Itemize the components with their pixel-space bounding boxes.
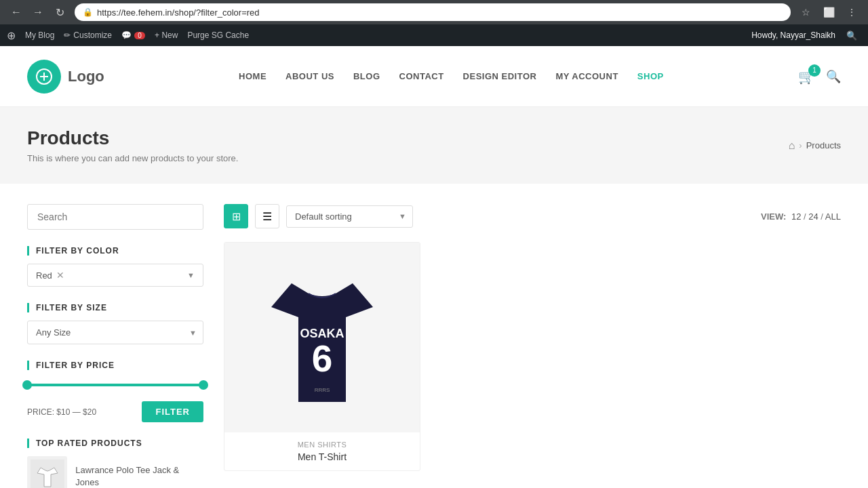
banner-inner: Products This is where you can add new p… bbox=[27, 127, 841, 163]
price-slider[interactable] bbox=[27, 378, 203, 392]
browser-chrome: ← → ↻ 🔒 https://tee.fehem.in/shop/?filte… bbox=[0, 0, 868, 24]
view-12-link[interactable]: 12 bbox=[791, 211, 801, 222]
price-label: PRICE: bbox=[27, 407, 54, 417]
view-label: VIEW: bbox=[761, 211, 786, 222]
logo-icon bbox=[27, 60, 61, 94]
list-item: Lawrance Polo Tee Jack & Jones bbox=[27, 456, 203, 488]
color-selected-value: Red bbox=[36, 270, 52, 281]
color-filter-dropdown[interactable]: Red ✕ ▼ bbox=[27, 264, 203, 287]
product-thumbnail-polo bbox=[27, 456, 67, 488]
filter-color-title: FILTER BY COLOR bbox=[27, 246, 203, 256]
product-name: Men T-Shirt bbox=[233, 451, 412, 462]
view-24-link[interactable]: 24 bbox=[808, 211, 818, 222]
comments-badge: 0 bbox=[134, 32, 145, 39]
filter-color-section: FILTER BY COLOR Red ✕ ▼ bbox=[27, 246, 203, 287]
svg-text:RRRS: RRRS bbox=[315, 387, 330, 393]
product-info: Men Shirts Men T-Shirt bbox=[224, 432, 420, 470]
product-card-men-tshirt[interactable]: OSAKA 6 RRRS Men Shirts Men T-Shirt bbox=[224, 242, 420, 471]
extensions-icon[interactable]: ⬜ bbox=[819, 3, 838, 22]
comment-icon: 💬 bbox=[121, 30, 132, 40]
price-thumb-right[interactable] bbox=[199, 380, 208, 390]
filter-size-title: FILTER BY SIZE bbox=[27, 303, 203, 312]
back-button[interactable]: ← bbox=[7, 3, 26, 22]
my-blog-link[interactable]: My Blog bbox=[25, 30, 54, 40]
grid-view-button[interactable]: ⊞ bbox=[224, 204, 248, 228]
comments-link[interactable]: 💬 0 bbox=[121, 30, 145, 40]
breadcrumb-current: Products bbox=[806, 140, 841, 150]
filter-button[interactable]: FILTER bbox=[142, 401, 203, 422]
breadcrumb: ⌂ › Products bbox=[789, 140, 841, 152]
product-category: Men Shirts bbox=[233, 441, 412, 449]
main-content: FILTER BY COLOR Red ✕ ▼ FILTER BY SIZE A… bbox=[0, 184, 868, 488]
new-label: + New bbox=[155, 30, 178, 40]
purge-label: Purge SG Cache bbox=[187, 30, 249, 40]
admin-search-button[interactable]: 🔍 bbox=[842, 26, 861, 45]
customize-link[interactable]: ✏ Customize bbox=[64, 30, 112, 40]
color-select-wrap: Red ✕ ▼ bbox=[27, 264, 203, 287]
refresh-button[interactable]: ↻ bbox=[50, 3, 69, 22]
product-image-men-tshirt: OSAKA 6 RRRS bbox=[224, 243, 420, 432]
nav-shop[interactable]: SHOP bbox=[637, 71, 664, 81]
price-thumb-left[interactable] bbox=[22, 380, 32, 390]
browser-nav-buttons: ← → ↻ bbox=[7, 3, 69, 22]
top-rated-item-name-1[interactable]: Lawrance Polo Tee Jack & Jones bbox=[75, 464, 203, 488]
cart-badge: 1 bbox=[808, 64, 821, 77]
size-select-wrap: Any Size S M L XL ▼ bbox=[27, 321, 203, 344]
nav-home[interactable]: HOME bbox=[239, 71, 267, 81]
nav-design-editor[interactable]: DESIGN EDITOR bbox=[463, 71, 537, 81]
size-select[interactable]: Any Size S M L XL bbox=[27, 321, 203, 344]
wp-logo-icon: ⊕ bbox=[7, 29, 16, 42]
products-toolbar: ⊞ ☰ Default sorting Sort by popularity S… bbox=[224, 204, 841, 228]
list-icon: ☰ bbox=[262, 210, 272, 223]
admin-bar: ⊕ My Blog ✏ Customize 💬 0 + New Purge SG… bbox=[0, 24, 868, 46]
breadcrumb-home-icon[interactable]: ⌂ bbox=[789, 140, 795, 152]
pencil-icon: ✏ bbox=[64, 30, 71, 40]
new-link[interactable]: + New bbox=[155, 30, 178, 40]
nav-my-account[interactable]: MY ACCOUNT bbox=[555, 71, 618, 81]
banner-text: Products This is where you can add new p… bbox=[27, 127, 238, 163]
site-header: Logo HOME ABOUT US BLOG CONTACT DESIGN E… bbox=[0, 46, 868, 107]
grid-icon: ⊞ bbox=[232, 210, 241, 223]
color-dropdown-arrow: ▼ bbox=[187, 271, 195, 279]
admin-bar-left: ⊕ My Blog ✏ Customize 💬 0 + New Purge SG… bbox=[7, 29, 743, 42]
nav-right: 🛒 1 🔍 bbox=[798, 68, 841, 85]
price-track bbox=[27, 384, 203, 386]
main-nav: HOME ABOUT US BLOG CONTACT DESIGN EDITOR… bbox=[239, 71, 664, 81]
color-clear-button[interactable]: ✕ bbox=[56, 270, 64, 281]
bookmark-icon[interactable]: ☆ bbox=[796, 3, 815, 22]
menu-icon[interactable]: ⋮ bbox=[842, 3, 861, 22]
admin-bar-right: Howdy, Nayyar_Shaikh 🔍 bbox=[751, 26, 861, 45]
price-max: $20 bbox=[83, 407, 96, 417]
sort-select[interactable]: Default sorting Sort by popularity Sort … bbox=[286, 205, 413, 228]
price-min: $10 bbox=[56, 407, 70, 417]
top-rated-section: TOP RATED PRODUCTS Lawrance Polo Tee Jac… bbox=[27, 439, 203, 488]
logo-area: Logo bbox=[27, 60, 104, 94]
price-slider-wrap bbox=[27, 378, 203, 392]
browser-actions: ☆ ⬜ ⋮ bbox=[796, 3, 861, 22]
product-grid: OSAKA 6 RRRS Men Shirts Men T-Shirt bbox=[224, 242, 841, 471]
price-range-label: PRICE: $10 — $20 bbox=[27, 407, 96, 417]
view-all-link[interactable]: ALL bbox=[825, 211, 841, 222]
forward-button[interactable]: → bbox=[28, 3, 47, 22]
customize-label: Customize bbox=[73, 30, 112, 40]
header-search-button[interactable]: 🔍 bbox=[826, 69, 841, 84]
logo-text: Logo bbox=[68, 68, 104, 85]
price-sep: — bbox=[73, 407, 81, 417]
top-rated-title: TOP RATED PRODUCTS bbox=[27, 439, 203, 448]
products-area: ⊞ ☰ Default sorting Sort by popularity S… bbox=[224, 204, 841, 488]
page-banner: Products This is where you can add new p… bbox=[0, 107, 868, 184]
url-text: https://tee.fehem.in/shop/?filter_color=… bbox=[97, 7, 260, 18]
cart-button[interactable]: 🛒 1 bbox=[798, 68, 815, 85]
address-bar[interactable]: 🔒 https://tee.fehem.in/shop/?filter_colo… bbox=[75, 3, 791, 21]
list-view-button[interactable]: ☰ bbox=[255, 204, 279, 228]
nav-blog[interactable]: BLOG bbox=[353, 71, 380, 81]
purge-cache-link[interactable]: Purge SG Cache bbox=[187, 30, 249, 40]
sidebar: FILTER BY COLOR Red ✕ ▼ FILTER BY SIZE A… bbox=[27, 204, 203, 488]
filter-price-title: FILTER BY PRICE bbox=[27, 361, 203, 370]
lock-icon: 🔒 bbox=[83, 7, 93, 17]
price-info: PRICE: $10 — $20 FILTER bbox=[27, 401, 203, 422]
nav-about[interactable]: ABOUT US bbox=[285, 71, 334, 81]
page-title: Products bbox=[27, 127, 238, 149]
search-input[interactable] bbox=[27, 204, 203, 230]
nav-contact[interactable]: CONTACT bbox=[399, 71, 444, 81]
